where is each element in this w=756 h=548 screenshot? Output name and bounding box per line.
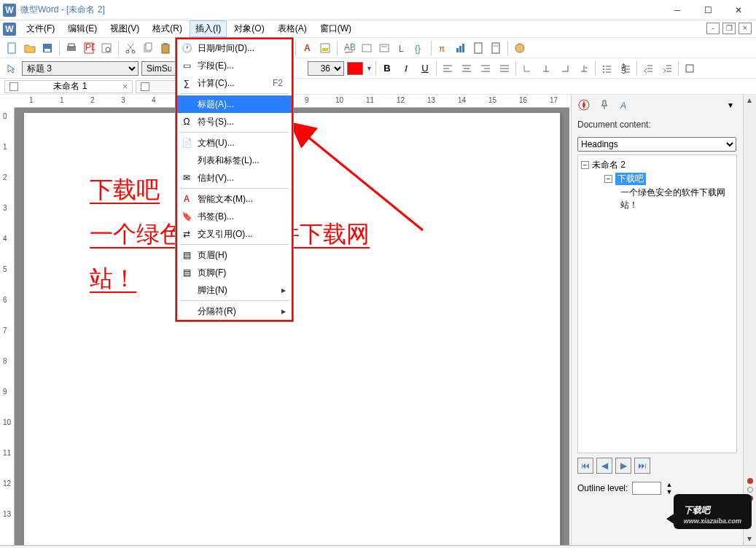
svg-rect-37 [456, 48, 459, 52]
page2-icon[interactable] [488, 40, 504, 56]
chart-icon[interactable] [453, 40, 469, 56]
align-right-icon[interactable] [478, 60, 494, 77]
mdi-minimize-button[interactable]: - [706, 23, 720, 34]
nav-compass-icon[interactable] [576, 97, 592, 113]
align-center-icon[interactable] [459, 60, 475, 77]
selection-cursor-icon[interactable] [4, 61, 19, 76]
menu-item-footnote[interactable]: 脚注(N)▸ [177, 281, 292, 299]
font-size-select[interactable]: 36 [308, 61, 344, 76]
maximize-button[interactable]: ☐ [693, 1, 722, 19]
vertical-scrollbar[interactable]: ▴ ▾ [743, 95, 756, 545]
tabstop-right-icon[interactable] [557, 60, 573, 77]
svg-rect-2 [44, 49, 50, 52]
align-left-icon[interactable] [440, 60, 456, 77]
doc-tab-1[interactable]: 未命名 1 × [4, 80, 133, 93]
outline-level-input[interactable] [632, 482, 661, 495]
palette-icon[interactable] [512, 40, 528, 56]
page-icon[interactable] [470, 40, 486, 56]
menu-item-field[interactable]: ▭字段(E)... [177, 57, 292, 74]
tabstop-center-icon[interactable] [538, 60, 554, 77]
menu-item-crossref[interactable]: ⇄交叉引用(O)... [177, 225, 292, 243]
nav-dropdown-icon[interactable]: ▾ [722, 97, 739, 113]
menu-item-header[interactable]: ▤页眉(H) [177, 246, 292, 264]
collapse-icon[interactable]: − [604, 175, 612, 183]
menu-item-list-label[interactable]: 列表和标签(L)... [177, 152, 292, 169]
tree-root[interactable]: −未命名 2 [581, 158, 733, 172]
menu-item-datetime[interactable]: 🕐日期/时间(D)... [177, 39, 292, 57]
menu-table[interactable]: 表格(A) [272, 20, 313, 37]
menu-view[interactable]: 视图(V) [104, 20, 145, 37]
style-select[interactable]: 标题 3 [22, 61, 139, 76]
nav-dot-icon[interactable] [747, 487, 753, 493]
menu-item-calc[interactable]: ∑计算(C)...F2 [177, 74, 292, 92]
nav-next-button[interactable]: ▶ [615, 458, 631, 474]
doc-heading-1[interactable]: 下载吧 [90, 176, 160, 204]
pi-icon[interactable]: π [435, 40, 451, 56]
export-pdf-icon[interactable]: PDF [81, 40, 97, 56]
border-icon[interactable] [682, 60, 698, 77]
smarttext-icon: A [180, 192, 193, 206]
font-color-a-icon[interactable]: A [300, 40, 316, 56]
nav-last-button[interactable]: ⏭ [634, 458, 650, 474]
font-color-picker[interactable] [347, 62, 363, 75]
align-justify-icon[interactable] [496, 60, 513, 77]
scroll-down-icon[interactable]: ▾ [744, 533, 755, 545]
indent-dec-icon[interactable] [640, 60, 656, 77]
menu-window[interactable]: 窗口(W) [314, 20, 357, 37]
list-numbers-icon[interactable]: 123 [617, 60, 634, 77]
print-icon[interactable] [63, 40, 79, 56]
cut-icon[interactable] [122, 40, 139, 56]
nav-first-button[interactable]: ⏮ [577, 458, 593, 474]
minimize-button[interactable]: ─ [663, 1, 692, 19]
nav-a-icon[interactable]: A [617, 97, 633, 113]
new-doc-icon[interactable] [4, 40, 20, 56]
spellcheck-icon[interactable]: ABC [341, 40, 357, 56]
tabstop-left-icon[interactable] [519, 60, 535, 77]
collapse-icon[interactable]: − [581, 161, 589, 169]
para-icon-1[interactable] [359, 40, 375, 56]
menu-item-smarttext[interactable]: A智能文本(M)... [177, 190, 292, 208]
scroll-up-icon[interactable]: ▴ [744, 95, 755, 106]
copy-icon[interactable] [140, 40, 156, 56]
nav-pin-icon[interactable] [596, 97, 612, 113]
headings-filter-select[interactable]: Headings [577, 137, 736, 152]
menu-format[interactable]: 格式(R) [147, 20, 188, 37]
tabstop-decimal-icon[interactable] [576, 60, 592, 77]
close-button[interactable]: ✕ [724, 1, 753, 19]
indent-inc-icon[interactable] [659, 60, 675, 77]
nav-prev-button[interactable]: ◀ [596, 458, 612, 474]
paste-icon[interactable] [157, 40, 174, 56]
menu-insert[interactable]: 插入(I) [190, 20, 227, 37]
menu-item-envelope[interactable]: ✉信封(V)... [177, 169, 292, 187]
menu-item-separator[interactable]: 分隔符(R)▸ [177, 302, 292, 320]
doc-heading-3[interactable]: 站！ [90, 265, 136, 293]
menu-item-symbol[interactable]: Ω符号(S)... [177, 113, 292, 130]
tree-node-1[interactable]: −下载吧 [581, 172, 733, 186]
menu-item-title[interactable]: 标题(A)... [177, 95, 292, 113]
italic-button[interactable]: I [398, 60, 414, 77]
outline-tree[interactable]: −未命名 2 −下载吧 一个绿色安全的软件下载网站！ [577, 154, 737, 453]
preview-icon[interactable] [98, 40, 114, 56]
title-icon [180, 98, 193, 111]
para-icon-2[interactable] [376, 40, 392, 56]
menu-item-bookmark[interactable]: 🔖书签(B)... [177, 208, 292, 225]
menu-item-footer[interactable]: ▤页脚(F) [177, 264, 292, 281]
menu-edit[interactable]: 编辑(E) [62, 20, 103, 37]
highlight-icon[interactable] [317, 40, 333, 56]
mdi-restore-button[interactable]: ❐ [722, 23, 736, 34]
menu-object[interactable]: 对象(O) [228, 20, 270, 37]
menu-item-document[interactable]: 📄文档(U)... [177, 134, 292, 152]
list-bullets-icon[interactable] [599, 60, 615, 77]
open-icon[interactable] [22, 40, 38, 56]
underline-button[interactable]: U [417, 60, 433, 77]
letter-l-icon[interactable]: L [394, 40, 410, 56]
menu-file[interactable]: 文件(F) [20, 20, 61, 37]
doc-tab-close-icon[interactable]: × [122, 82, 128, 92]
nav-dot-red-icon[interactable] [747, 478, 753, 484]
brackets-icon[interactable]: {} [411, 40, 427, 56]
tree-node-2[interactable]: 一个绿色安全的软件下载网站！ [581, 186, 733, 212]
mdi-close-button[interactable]: × [739, 23, 752, 34]
save-icon[interactable] [39, 40, 55, 56]
outline-stepper-icon[interactable]: ▲▼ [666, 481, 672, 496]
bold-button[interactable]: B [379, 60, 395, 77]
